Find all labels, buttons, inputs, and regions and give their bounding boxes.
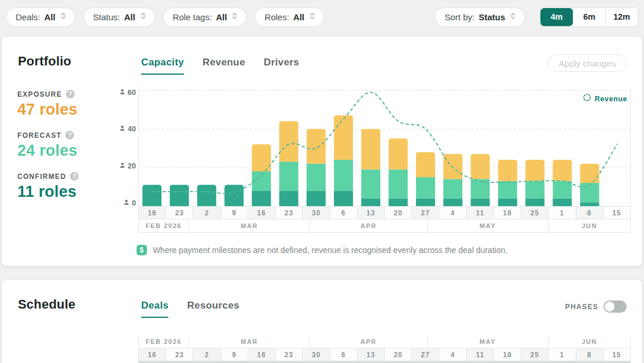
tab-drivers[interactable]: Drivers xyxy=(264,57,299,75)
apply-changes-button[interactable]: Apply changes xyxy=(547,54,627,72)
revenue-footnote-text: Where payment milestones are not defined… xyxy=(153,245,507,255)
capacity-stats: EXPOSURE?47 rolesFORECAST?24 rolesCONFIR… xyxy=(17,90,79,213)
y-tick-value: 60 xyxy=(128,88,136,97)
dollar-icon: $ xyxy=(137,245,147,255)
filter-dropdown-roles[interactable]: Roles:All xyxy=(255,8,324,27)
chart-y-axis: 6040200 xyxy=(115,36,136,210)
stat-label-row: FORECAST? xyxy=(17,131,79,140)
week-cell-11: 11 xyxy=(467,348,494,361)
range-button-4m[interactable]: 4m xyxy=(540,8,573,26)
week-cell-23: 23 xyxy=(275,207,303,219)
person-icon xyxy=(119,124,126,133)
unfold-chevron-icon xyxy=(308,12,316,22)
stat-label: FORECAST xyxy=(17,131,61,140)
range-button-12m[interactable]: 12m xyxy=(605,8,638,26)
question-mark-icon[interactable]: ? xyxy=(65,131,74,140)
portfolio-tabs: CapacityRevenueDrivers xyxy=(141,57,299,75)
stat-label-row: CONFIRMED? xyxy=(17,172,79,181)
y-tick-value: 40 xyxy=(128,124,136,133)
sort-by-value: Status xyxy=(479,12,505,22)
week-cell-16: 16 xyxy=(138,207,166,219)
stat-label-row: EXPOSURE? xyxy=(17,90,79,98)
month-cell-apr: APR xyxy=(310,219,428,233)
person-icon xyxy=(119,162,126,170)
week-cell-16: 16 xyxy=(248,207,275,219)
month-cell-apr: APR xyxy=(310,335,428,349)
week-cell-25: 25 xyxy=(521,348,549,361)
month-cell-mar: MAR xyxy=(189,335,310,349)
month-cell-may: MAY xyxy=(428,219,549,233)
month-cell-mar: MAR xyxy=(189,219,310,233)
tab-deals[interactable]: Deals xyxy=(141,300,168,318)
tab-capacity[interactable]: Capacity xyxy=(141,57,184,75)
unfold-chevron-icon xyxy=(231,12,238,22)
y-axis-tick-60: 60 xyxy=(119,88,136,97)
stat-label: EXPOSURE xyxy=(17,90,62,98)
unfold-chevron-icon xyxy=(509,12,517,22)
filter-value: All xyxy=(216,12,227,22)
month-cell-jun: JUN xyxy=(549,219,631,233)
question-mark-icon[interactable]: ? xyxy=(66,90,75,98)
filter-dropdown-status[interactable]: Status:All xyxy=(83,8,155,27)
week-cell-25: 25 xyxy=(521,207,549,219)
y-tick-value: 20 xyxy=(128,162,136,170)
question-mark-icon[interactable]: ? xyxy=(70,172,79,181)
y-axis-tick-20: 20 xyxy=(119,162,136,170)
week-cell-1: 1 xyxy=(549,207,576,219)
sort-by-dropdown[interactable]: Sort by: Status xyxy=(435,8,525,27)
month-cell-may: MAY xyxy=(428,335,549,349)
week-cell-4: 4 xyxy=(439,207,466,219)
week-cell-16: 16 xyxy=(138,348,166,361)
phases-toggle[interactable] xyxy=(603,300,627,313)
week-cell-23: 23 xyxy=(166,348,193,361)
filter-label: Status: xyxy=(93,12,120,22)
filter-dropdown-deals[interactable]: Deals:All xyxy=(6,8,75,27)
week-cell-9: 9 xyxy=(221,348,248,361)
stat-confirmed: CONFIRMED?11 roles xyxy=(17,172,79,201)
portfolio-title: Portfolio xyxy=(18,54,71,69)
person-icon xyxy=(119,88,126,97)
filter-dropdown-roletags[interactable]: Role tags:All xyxy=(163,8,247,27)
sort-and-range-group: Sort by: Status 4m6m12m xyxy=(435,8,638,27)
schedule-tabs: DealsResources xyxy=(141,300,240,318)
dotted-circle-icon xyxy=(583,93,591,104)
week-cell-6: 6 xyxy=(330,348,358,361)
week-cell-1: 1 xyxy=(549,348,576,361)
week-cell-15: 15 xyxy=(603,348,631,361)
person-icon xyxy=(123,199,130,207)
capacity-chart: Revenue xyxy=(138,86,631,206)
stat-value: 24 roles xyxy=(17,142,79,160)
toggle-knob xyxy=(605,302,614,311)
stat-exposure: EXPOSURE?47 roles xyxy=(17,90,79,119)
week-cell-13: 13 xyxy=(358,207,385,219)
week-cell-20: 20 xyxy=(385,207,412,219)
stat-forecast: FORECAST?24 roles xyxy=(17,131,79,160)
month-cell-feb: FEB 2026 xyxy=(138,335,189,349)
tab-revenue[interactable]: Revenue xyxy=(203,57,245,75)
schedule-week-header: 162329162330613202741118251815 xyxy=(138,348,631,361)
filter-label: Roles: xyxy=(264,12,289,22)
revenue-legend-label: Revenue xyxy=(595,95,627,103)
filter-pill-group: Deals:AllStatus:AllRole tags:AllRoles:Al… xyxy=(6,8,324,27)
week-cell-30: 30 xyxy=(303,348,330,361)
y-axis-tick-40: 40 xyxy=(119,124,136,133)
time-range-segment: 4m6m12m xyxy=(540,8,638,27)
range-button-6m[interactable]: 6m xyxy=(573,8,605,26)
stat-label: CONFIRMED xyxy=(17,173,66,181)
week-cell-23: 23 xyxy=(275,348,303,361)
week-cell-4: 4 xyxy=(439,348,466,361)
filter-value: All xyxy=(124,12,135,22)
week-cell-13: 13 xyxy=(358,348,385,361)
filter-value: All xyxy=(45,12,56,22)
week-cell-11: 11 xyxy=(467,207,494,219)
week-cell-18: 18 xyxy=(494,207,521,219)
week-cell-6: 6 xyxy=(330,207,358,219)
stat-value: 11 roles xyxy=(17,183,79,201)
portfolio-month-header: FEB 2026MARAPRMAYJUN xyxy=(138,219,631,233)
revenue-legend[interactable]: Revenue xyxy=(583,93,627,104)
week-cell-23: 23 xyxy=(166,207,193,219)
week-cell-16: 16 xyxy=(248,348,275,361)
unfold-chevron-icon xyxy=(139,12,147,22)
week-cell-27: 27 xyxy=(412,207,439,219)
tab-resources[interactable]: Resources xyxy=(187,300,240,318)
